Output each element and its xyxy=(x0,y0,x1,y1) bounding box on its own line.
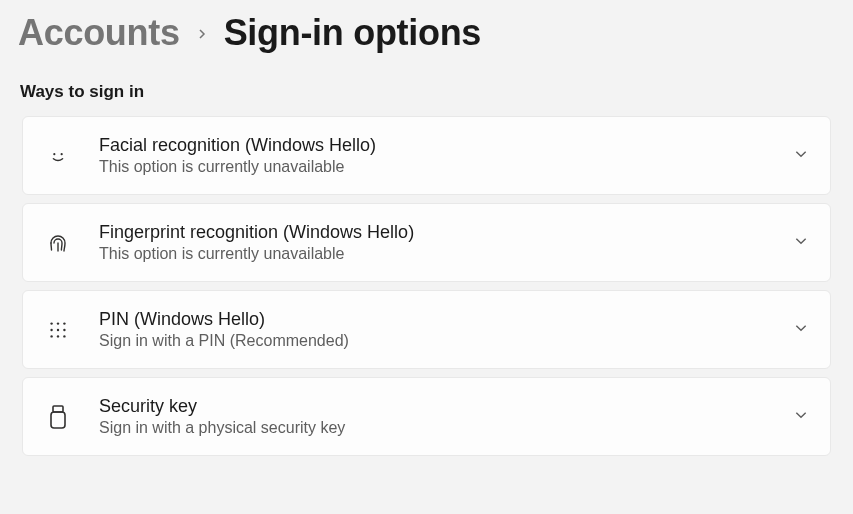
option-description: This option is currently unavailable xyxy=(99,158,766,176)
option-title: Facial recognition (Windows Hello) xyxy=(99,135,766,156)
section-heading: Ways to sign in xyxy=(20,82,835,102)
page-title: Sign-in options xyxy=(224,12,481,54)
option-description: Sign in with a PIN (Recommended) xyxy=(99,332,766,350)
chevron-down-icon xyxy=(794,234,808,252)
chevron-down-icon xyxy=(794,321,808,339)
option-title: PIN (Windows Hello) xyxy=(99,309,766,330)
option-text: Security key Sign in with a physical sec… xyxy=(99,396,766,437)
svg-point-0 xyxy=(53,153,55,155)
svg-point-3 xyxy=(57,322,59,324)
option-fingerprint-recognition[interactable]: Fingerprint recognition (Windows Hello) … xyxy=(22,203,831,282)
svg-point-5 xyxy=(50,328,52,330)
chevron-down-icon xyxy=(794,147,808,165)
option-text: PIN (Windows Hello) Sign in with a PIN (… xyxy=(99,309,766,350)
option-description: This option is currently unavailable xyxy=(99,245,766,263)
chevron-down-icon xyxy=(794,408,808,426)
svg-point-9 xyxy=(57,335,59,337)
option-title: Security key xyxy=(99,396,766,417)
svg-point-4 xyxy=(63,322,65,324)
breadcrumb: Accounts Sign-in options xyxy=(18,12,835,54)
security-key-icon xyxy=(45,404,71,430)
pin-icon xyxy=(45,317,71,343)
option-text: Fingerprint recognition (Windows Hello) … xyxy=(99,222,766,263)
svg-point-7 xyxy=(63,328,65,330)
chevron-right-icon xyxy=(196,22,208,45)
option-security-key[interactable]: Security key Sign in with a physical sec… xyxy=(22,377,831,456)
option-title: Fingerprint recognition (Windows Hello) xyxy=(99,222,766,243)
svg-point-8 xyxy=(50,335,52,337)
option-description: Sign in with a physical security key xyxy=(99,419,766,437)
svg-point-10 xyxy=(63,335,65,337)
breadcrumb-parent[interactable]: Accounts xyxy=(18,12,180,54)
svg-rect-12 xyxy=(51,412,65,428)
option-text: Facial recognition (Windows Hello) This … xyxy=(99,135,766,176)
face-icon xyxy=(45,143,71,169)
fingerprint-icon xyxy=(45,230,71,256)
svg-point-6 xyxy=(57,328,59,330)
option-facial-recognition[interactable]: Facial recognition (Windows Hello) This … xyxy=(22,116,831,195)
svg-rect-11 xyxy=(53,406,63,412)
option-pin[interactable]: PIN (Windows Hello) Sign in with a PIN (… xyxy=(22,290,831,369)
svg-point-1 xyxy=(61,153,63,155)
svg-point-2 xyxy=(50,322,52,324)
sign-in-options-list: Facial recognition (Windows Hello) This … xyxy=(18,116,835,456)
